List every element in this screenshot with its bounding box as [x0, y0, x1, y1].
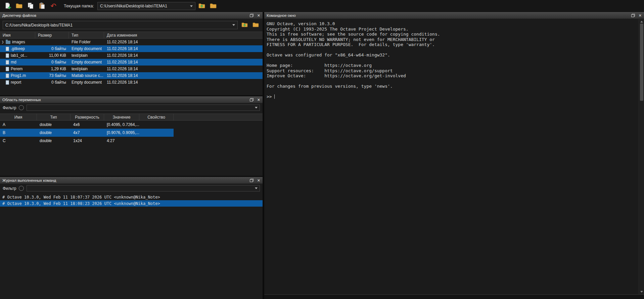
file-name-cell: ❯images: [0, 40, 35, 44]
file-name-cell: ❯report: [0, 80, 35, 85]
header-filler: [174, 114, 263, 120]
file-size-cell: 11,00 KiB: [35, 53, 69, 58]
file-size-cell: 1,29 KiB: [35, 67, 69, 71]
main-area: Диспетчер файлов ✕ C:/Users/Nika/Desktop…: [0, 12, 644, 299]
copy-icon: [27, 2, 34, 10]
browse-actions-button[interactable]: [251, 21, 260, 29]
workspace-row[interactable]: Cdouble1x244:27: [0, 137, 174, 145]
scroll-down-arrow-icon[interactable]: [640, 291, 643, 293]
file-size-cell: 73 байты: [35, 73, 69, 78]
file-icon: [6, 74, 9, 78]
file-row[interactable]: ❯Prog1.m73 байтыMatlab source c...11.02.…: [0, 72, 263, 79]
current-folder-combobox[interactable]: C:\Users\Nika\Desktop\it-labs\TEMA1: [97, 2, 195, 10]
main-toolbar: ↶ Текущая папка: C:\Users\Nika\Desktop\i…: [0, 0, 644, 12]
command-history-titlebar[interactable]: Журнал выполненных команд ✕: [0, 177, 263, 184]
command-output-line: Home page: https://octave.org: [267, 63, 637, 68]
file-icon: [6, 60, 9, 65]
file-row[interactable]: ❯lab1_ot...11,00 KiBtext/plain11.02.2026…: [0, 52, 263, 59]
history-list: # Octave 10.3.0, Wed Feb 11 18:07:37 202…: [0, 194, 263, 299]
workspace-panel: Область переменных ✕ Фильтр Имя: [0, 96, 263, 176]
column-header-value[interactable]: Значение: [104, 114, 139, 120]
folder-up-button[interactable]: [197, 1, 207, 11]
chevron-down-icon[interactable]: [232, 24, 235, 26]
browse-folder-button[interactable]: [208, 1, 218, 11]
copy-button[interactable]: [26, 1, 36, 11]
column-header-type[interactable]: Тип: [37, 114, 71, 120]
close-icon[interactable]: ✕: [257, 14, 260, 17]
file-date-cell: 11.02.2026 18:14: [104, 73, 263, 78]
vertical-scrollbar[interactable]: [639, 19, 644, 294]
scrollbar-thumb[interactable]: [640, 24, 643, 101]
undo-button[interactable]: ↶: [48, 1, 58, 11]
undo-icon: ↶: [50, 3, 56, 10]
file-icon: [6, 67, 9, 71]
history-row[interactable]: # Octave 10.3.0, Wed Feb 11 18:07:37 202…: [0, 194, 263, 200]
workspace-list: Adouble4x6[0.4095, 0.7264,...Bdouble4x7[…: [0, 121, 263, 176]
command-window-output[interactable]: GNU Octave, version 10.3.0Copyright (C) …: [264, 19, 639, 294]
history-row[interactable]: # Octave 10.3.0, Wed Feb 11 18:08:23 202…: [0, 200, 263, 207]
workspace-titlebar[interactable]: Область переменных ✕: [0, 96, 263, 103]
command-window-titlebar[interactable]: Командное окно ✕: [264, 12, 644, 19]
file-row[interactable]: ❯.gitkeep0 байтыEmpty document11.02.2026…: [0, 45, 263, 52]
current-folder-value: C:\Users\Nika\Desktop\it-labs\TEMA1: [100, 4, 188, 8]
new-script-button[interactable]: [3, 1, 13, 11]
left-dock-column: Диспетчер файлов ✕ C:/Users/Nika/Desktop…: [0, 12, 263, 299]
file-name-cell: ❯Perem: [0, 67, 35, 71]
file-browser-address-combobox[interactable]: C:/Users/Nika/Desktop/it-labs/TEMA1: [3, 21, 238, 29]
workspace-row[interactable]: Adouble4x6[0.4095, 0.7264,...: [0, 121, 174, 129]
folder-icon: [210, 3, 217, 9]
file-size-cell: 0 байты: [35, 60, 69, 65]
file-row[interactable]: ❯report0 байтыEmpty document11.02.2026 1…: [0, 79, 263, 86]
file-name-label: Prog1.m: [11, 73, 26, 78]
column-header-date[interactable]: Дата изменения: [104, 32, 263, 38]
column-header-type[interactable]: Тип: [69, 32, 104, 38]
filter-checkbox[interactable]: [19, 105, 24, 110]
expand-arrow-icon[interactable]: ❯: [1, 41, 4, 44]
file-row[interactable]: ❯imagesFile Folder11.02.2026 18:14: [0, 39, 263, 45]
chevron-down-icon[interactable]: [255, 107, 258, 109]
column-header-dims[interactable]: Размерность: [71, 114, 104, 120]
scroll-up-arrow-icon[interactable]: [640, 21, 643, 23]
filter-checkbox[interactable]: [19, 186, 24, 191]
file-type-cell: Matlab source c...: [69, 73, 104, 78]
workspace-type-cell: double: [37, 122, 71, 127]
file-name-cell: ❯Prog1.m: [0, 73, 35, 78]
file-name-cell: ❯.gitkeep: [0, 46, 35, 51]
folder-up-button[interactable]: [240, 21, 249, 29]
file-row[interactable]: ❯Perem1,29 KiBtext/plain11.02.2026 18:14: [0, 66, 263, 72]
folder-icon: [252, 22, 259, 28]
file-size-cell: 0 байты: [35, 80, 69, 85]
workspace-type-cell: double: [37, 130, 71, 135]
paste-button[interactable]: [37, 1, 47, 11]
command-history-panel: Журнал выполненных команд ✕ Фильтр # Oct…: [0, 177, 263, 299]
undock-icon[interactable]: [250, 98, 254, 101]
open-file-button[interactable]: [14, 1, 24, 11]
file-row[interactable]: ❯md0 байтыEmpty document11.02.2026 18:14: [0, 59, 263, 66]
chevron-down-icon[interactable]: [255, 187, 258, 189]
workspace-row[interactable]: Bdouble4x7[0.9076, 0.9095,...: [0, 129, 174, 137]
close-icon[interactable]: ✕: [257, 98, 260, 102]
column-header-size[interactable]: Размер: [35, 32, 69, 38]
undock-icon[interactable]: [250, 179, 254, 182]
command-output-line: Improve Octave: https://octave.org/get-i…: [267, 73, 637, 79]
column-header-attr[interactable]: Свойство: [139, 114, 174, 120]
file-name-label: images: [12, 40, 25, 44]
column-header-name[interactable]: Имя: [0, 114, 37, 120]
file-size-cell: 0 байты: [35, 46, 69, 51]
workspace-value-cell: 4:27: [104, 138, 139, 143]
close-icon[interactable]: ✕: [257, 179, 260, 182]
column-header-name[interactable]: Имя: [0, 32, 35, 38]
history-filter-combobox[interactable]: [27, 185, 260, 191]
workspace-filter-combobox[interactable]: [27, 104, 260, 111]
file-icon: [6, 80, 9, 85]
undock-icon[interactable]: [250, 14, 254, 17]
file-browser-titlebar[interactable]: Диспетчер файлов ✕: [0, 12, 263, 19]
chevron-down-icon[interactable]: [190, 5, 193, 7]
history-filter-row: Фильтр: [0, 184, 263, 193]
undock-icon[interactable]: [631, 14, 635, 17]
file-name-cell: ❯lab1_ot...: [0, 53, 35, 58]
file-type-cell: Empty document: [69, 60, 104, 65]
file-name-label: Perem: [11, 67, 22, 71]
command-prompt-line[interactable]: >>: [267, 94, 637, 99]
close-icon[interactable]: ✕: [639, 14, 642, 17]
